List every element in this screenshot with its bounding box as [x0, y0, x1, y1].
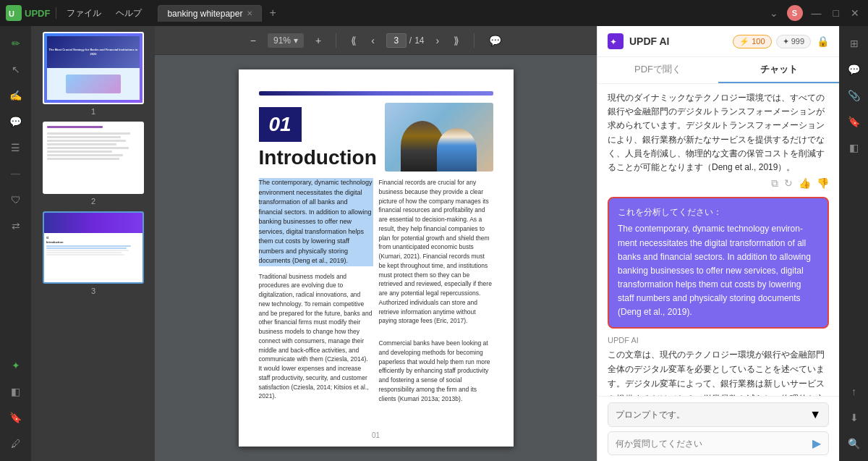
- tab-chat[interactable]: チャット: [718, 57, 839, 83]
- chat-input[interactable]: [616, 439, 812, 449]
- ai-lock-icon[interactable]: 🔒: [817, 35, 829, 47]
- ai-response-block: UPDF AI この文章は、現代のテクノロジー環境が銀行や金融部門全体のデジタル…: [608, 336, 829, 396]
- win-maximize[interactable]: □: [830, 6, 842, 20]
- chat-input-area: ▶: [608, 431, 829, 455]
- sign-icon[interactable]: 🖊: [4, 432, 27, 455]
- ai-logo-icon: ✦: [608, 33, 624, 49]
- page-nav: / 14: [386, 33, 425, 48]
- thumb-frame-1: The Most Crucial Strategy for Banks and …: [43, 32, 144, 104]
- layers-panel-icon[interactable]: ◧: [843, 136, 866, 159]
- user-avatar[interactable]: S: [787, 5, 803, 21]
- left-col: The contemporary, dynamic technology env…: [259, 178, 373, 407]
- initial-msg-actions: ⧉ ↻ 👍 👎: [608, 177, 829, 190]
- topbar-divider: [56, 7, 56, 19]
- thumbnail-2[interactable]: 2: [38, 122, 149, 206]
- prompt-arrow-icon: ▼: [809, 408, 821, 421]
- page-prev-btn[interactable]: ‹: [368, 33, 378, 48]
- comment-icon[interactable]: 💬: [4, 110, 27, 133]
- layers-icon[interactable]: ◧: [4, 380, 27, 403]
- right-col: Financial records are crucial for any bu…: [379, 178, 493, 407]
- zoom-in-btn[interactable]: +: [312, 33, 324, 48]
- protect-icon[interactable]: 🛡: [4, 188, 27, 211]
- edit-icon[interactable]: ✏: [4, 32, 27, 55]
- chat-send-btn[interactable]: ▶: [812, 436, 821, 450]
- thumb-cover-text: The Most Crucial Strategy for Banks and …: [48, 48, 138, 56]
- win-chevron-down[interactable]: ⌄: [767, 6, 781, 20]
- page-first-btn[interactable]: ⟪: [348, 33, 359, 48]
- badge-orange: ⚡ 100: [733, 35, 771, 48]
- menu-file[interactable]: ファイル: [62, 6, 106, 21]
- thumb-frame-3: 01 Introduction: [43, 211, 144, 284]
- bookmarks-panel-icon[interactable]: 🔖: [843, 110, 866, 133]
- attachments-panel-icon[interactable]: 📎: [843, 84, 866, 107]
- prompt-btn-text: プロンプトです。: [616, 409, 685, 421]
- user-message: これを分析してください： The contemporary, dynamic t…: [608, 197, 829, 329]
- svg-text:✦: ✦: [610, 37, 617, 47]
- comment-toolbar-btn[interactable]: 💬: [486, 33, 504, 48]
- ai-footer: プロンプトです。 ▼ ▶: [597, 396, 839, 461]
- thumb-toc-2: [44, 123, 142, 193]
- win-close[interactable]: ✕: [848, 6, 862, 20]
- ai-tabs: PDFで聞く チャット: [597, 57, 839, 84]
- zoom-display[interactable]: 91% ▾: [268, 33, 304, 48]
- right-sidebar: ⊞ 💬 📎 🔖 ◧ ↑ ⬇ 🔍: [839, 26, 868, 461]
- convert-icon[interactable]: ⇄: [4, 214, 27, 237]
- pdf-viewer: − 91% ▾ + ⟪ ‹ / 14 › ⟫ 💬: [155, 26, 597, 461]
- download-icon[interactable]: ⬇: [843, 406, 866, 429]
- page-next-btn[interactable]: ›: [433, 33, 443, 48]
- page-two-col: The contemporary, dynamic technology env…: [259, 178, 493, 407]
- page-last-btn[interactable]: ⟫: [451, 33, 462, 48]
- form-icon[interactable]: ☰: [4, 136, 27, 159]
- separator-line: ─: [4, 162, 27, 185]
- pdf-page: 01 Introduction The contemporary, dynami…: [239, 69, 514, 447]
- tab-add[interactable]: +: [265, 5, 280, 21]
- ai-title: UPDF AI: [629, 35, 727, 47]
- topbar: U UPDF ファイル ヘルプ banking whitepaper ✕ + ⌄…: [0, 0, 868, 26]
- page-footer-number: 01: [372, 431, 380, 439]
- page-number-box: 01: [259, 107, 302, 142]
- cursor-icon[interactable]: ↖: [4, 58, 27, 81]
- thumb-label-1: 1: [91, 107, 95, 116]
- svg-text:U: U: [9, 9, 14, 18]
- pdf-content: 01 Introduction The contemporary, dynami…: [155, 55, 597, 461]
- thumbdown-btn-1[interactable]: 👎: [817, 177, 829, 190]
- right-col-text-2: Commercial banks have been looking at an…: [379, 339, 493, 403]
- tab-banking[interactable]: banking whitepaper ✕: [158, 5, 262, 22]
- ai-sparkle-icon[interactable]: ✦: [4, 354, 27, 377]
- comments-panel-icon[interactable]: 💬: [843, 58, 866, 81]
- copy-btn-1[interactable]: ⧉: [771, 177, 778, 190]
- thumbnail-1[interactable]: The Most Crucial Strategy for Banks and …: [38, 32, 149, 116]
- thumbnails-panel-icon[interactable]: ⊞: [843, 32, 866, 55]
- ai-badges: ⚡ 100 ✦ 999: [733, 35, 811, 48]
- toolbar-sep-2: [474, 33, 475, 48]
- tab-area: banking whitepaper ✕ +: [158, 5, 760, 22]
- zoom-chevron-icon: ▾: [294, 35, 298, 46]
- paragraph-2: Traditional business models and procedur…: [259, 272, 373, 402]
- app-logo: U UPDF: [6, 5, 50, 21]
- zoom-out-btn[interactable]: −: [247, 33, 259, 48]
- prompt-button[interactable]: プロンプトです。 ▼: [608, 402, 829, 427]
- refresh-btn-1[interactable]: ↻: [784, 177, 793, 190]
- ai-response-name: UPDF AI: [608, 336, 829, 344]
- search-right-icon[interactable]: 🔍: [843, 432, 866, 455]
- tab-pdf[interactable]: PDFで聞く: [597, 57, 718, 83]
- thumb-frame-2: [43, 122, 144, 194]
- share-icon[interactable]: ↑: [843, 380, 866, 403]
- thumb-cover-1: The Most Crucial Strategy for Banks and …: [44, 33, 142, 103]
- main-area: ✏ ↖ ✍ 💬 ☰ ─ 🛡 ⇄ ✦ ◧ 🔖 🖊 The Most Crucial…: [0, 26, 868, 461]
- bookmark-sidebar-icon[interactable]: 🔖: [4, 406, 27, 429]
- thumb-label-3: 3: [91, 287, 95, 295]
- tab-close[interactable]: ✕: [247, 9, 252, 17]
- win-minimize[interactable]: —: [809, 6, 825, 20]
- toolbar-sep-1: [336, 33, 336, 48]
- menu-help[interactable]: ヘルプ: [111, 6, 146, 21]
- annotate-icon[interactable]: ✍: [4, 84, 27, 107]
- user-msg-header: これを分析してください：: [618, 206, 819, 219]
- ai-initial-message: 現代のダイナミックなテクノロジー環境では、すべての銀行や金融部門のデジタルトラン…: [608, 91, 829, 190]
- initial-msg-text: 現代のダイナミックなテクノロジー環境では、すべての銀行や金融部門のデジタルトラン…: [608, 91, 829, 174]
- ai-chat-content: 現代のダイナミックなテクノロジー環境では、すべての銀行や金融部門のデジタルトラン…: [597, 84, 839, 396]
- thumbup-btn-1[interactable]: 👍: [799, 177, 811, 190]
- thumbnail-3[interactable]: 01 Introduction 3: [38, 211, 149, 295]
- page-header-bar: [259, 91, 493, 96]
- page-number-input[interactable]: [386, 33, 407, 48]
